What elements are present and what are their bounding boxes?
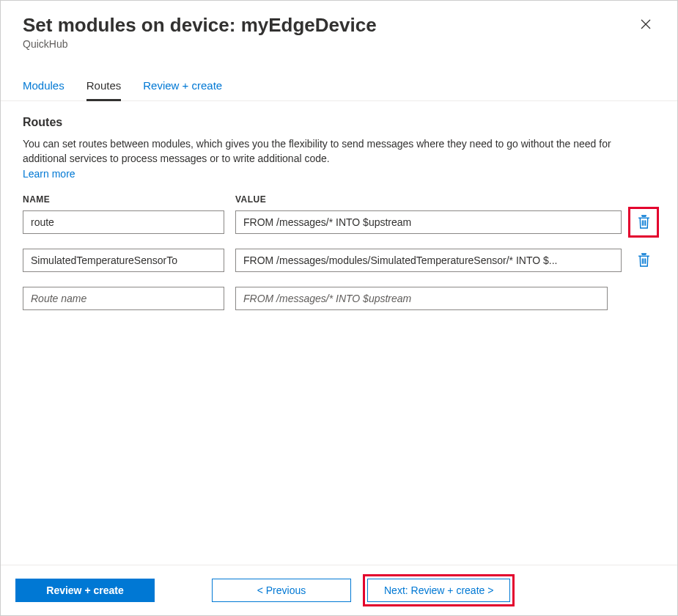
table-row-new [23, 287, 655, 310]
footer-bar: Review + create < Previous Next: Review … [1, 565, 677, 615]
route-value-input[interactable] [235, 210, 622, 234]
column-header-value: VALUE [235, 194, 608, 205]
delete-route-button[interactable] [632, 210, 655, 234]
tab-bar: Modules Routes Review + create [1, 56, 677, 101]
learn-more-link[interactable]: Learn more [23, 168, 75, 180]
next-button[interactable]: Next: Review + create > [367, 579, 510, 602]
tab-routes[interactable]: Routes [86, 73, 122, 101]
route-name-input[interactable] [23, 210, 224, 234]
hub-name: QuickHub [23, 38, 377, 50]
table-row [23, 210, 655, 234]
new-route-name-input[interactable] [23, 287, 224, 310]
close-icon [641, 19, 651, 29]
section-description: You can set routes between modules, whic… [23, 136, 655, 166]
tab-modules[interactable]: Modules [23, 73, 65, 101]
page-title: Set modules on device: myEdgeDevice [23, 14, 377, 37]
content-area: Routes You can set routes between module… [1, 101, 677, 565]
route-value-input[interactable] [235, 249, 622, 272]
table-row [23, 249, 655, 272]
route-name-input[interactable] [23, 249, 224, 272]
delete-route-button[interactable] [632, 249, 655, 272]
tab-review-create[interactable]: Review + create [143, 73, 222, 101]
previous-button[interactable]: < Previous [212, 579, 351, 602]
review-create-button[interactable]: Review + create [15, 579, 155, 602]
close-button[interactable] [636, 14, 655, 36]
column-header-name: NAME [23, 194, 224, 205]
section-title: Routes [23, 116, 655, 129]
new-route-value-input[interactable] [235, 287, 608, 310]
trash-icon [638, 253, 650, 267]
trash-icon [638, 215, 650, 229]
